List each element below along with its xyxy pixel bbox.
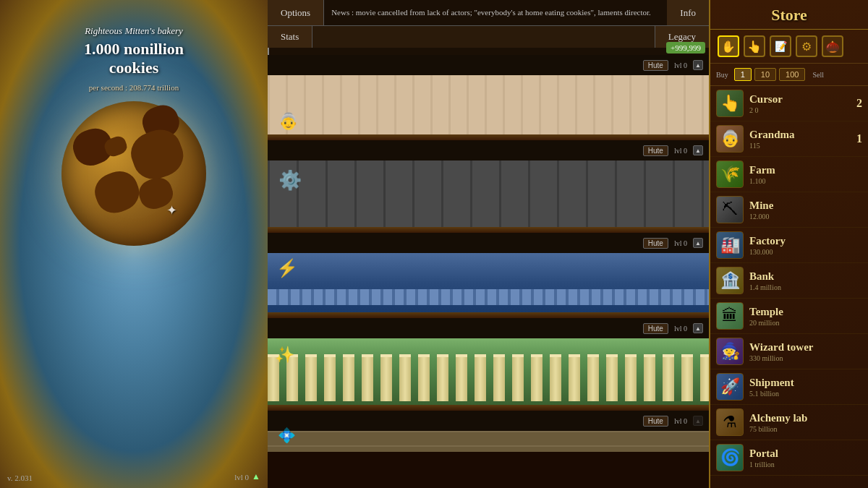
farm-price: 1.100 [749, 177, 843, 185]
store-item-temple[interactable]: 🏛 Temple 20 million [710, 299, 868, 334]
store-item-farm[interactable]: 🌾 Farm 1.100 [710, 157, 868, 192]
temple-pillar [587, 354, 599, 401]
cookies-per-second: per second : 208.774 trillion [0, 83, 268, 92]
factory-hute-button[interactable]: Hute [643, 238, 668, 249]
stars-sprite: ✨ [275, 346, 294, 364]
left-panel: Righteous Mitten's bakery 1.000 nonillio… [0, 0, 268, 488]
up-arrow: ▲ [252, 471, 260, 482]
gold-btn[interactable]: ⚙ [796, 35, 817, 57]
mine-store-icon: ⛏ [716, 196, 744, 223]
options-button[interactable]: Options [268, 0, 324, 25]
shipment-price: 5.1 billion [749, 390, 843, 398]
factory-info: Factory 130.000 [749, 234, 843, 256]
count-value: 1.000 nonillion [84, 40, 184, 58]
building-row-temple: Hute lvl 0 ▲ ✨ [268, 318, 709, 405]
last-hute-button[interactable]: Hute [643, 416, 668, 427]
temple-pillar [700, 354, 709, 401]
temple-pillar [569, 354, 580, 401]
mine-header: Hute lvl 0 ▲ [268, 140, 709, 160]
store-item-mine[interactable]: ⛏ Mine 12.000 [710, 192, 868, 228]
count-unit: cookies [109, 59, 158, 77]
last-up-arrow: ▲ [693, 416, 703, 426]
bank-name: Bank [749, 270, 843, 283]
temple-pillar [493, 354, 505, 401]
mine-hute-button[interactable]: Hute [643, 145, 668, 156]
right-panel: Store ✋ 👆 📝 ⚙ 🌰 Buy 1 10 100 Sell 👆 Curs… [709, 0, 868, 488]
temple-hute-button[interactable]: Hute [643, 323, 668, 334]
feather-btn[interactable]: 📝 [770, 35, 791, 57]
bottom-section [268, 452, 709, 488]
store-item-grandma[interactable]: 👵 Grandma 115 1 [710, 121, 868, 157]
buy-100-button[interactable]: 100 [779, 68, 805, 81]
cursor-count: 2 [848, 97, 862, 110]
factory-price: 130.000 [749, 248, 843, 256]
point-cursor-btn[interactable]: 👆 [744, 35, 765, 57]
big-cookie[interactable] [61, 101, 206, 246]
factory-conveyor [268, 289, 709, 305]
store-item-alchemy[interactable]: ⚗ Alchemy lab 75 billion [710, 405, 868, 440]
temple-pillar [305, 354, 317, 401]
factory-header: Hute lvl 0 ▲ [268, 233, 709, 253]
grandma-lvl: lvl 0 [674, 61, 687, 69]
temple-store-icon: 🏛 [716, 302, 744, 330]
sell-label: Sell [812, 71, 824, 79]
temple-price: 20 million [749, 319, 843, 327]
store-item-portal[interactable]: 🌀 Portal 1 trillion [710, 440, 868, 476]
grandma-sprite: 👵 [278, 112, 298, 131]
temple-pillar [456, 354, 467, 401]
progress-bar-area: +999,999 [268, 48, 709, 55]
temple-info: Temple 20 million [749, 305, 843, 327]
info-button[interactable]: Info [667, 0, 709, 25]
temple-pillar [663, 354, 674, 401]
stats-button[interactable]: Stats [268, 26, 312, 48]
farm-store-icon: 🌾 [716, 160, 744, 188]
store-items-list: 👆 Cursor 2 0 2 👵 Grandma 115 1 🌾 Farm 1.… [710, 86, 868, 488]
store-item-wizard[interactable]: 🧙 Wizard tower 330 million [710, 334, 868, 369]
portal-name: Portal [749, 447, 843, 460]
building-row-mine: Hute lvl 0 ▲ ⚙️ [268, 140, 709, 227]
temple-pillars [268, 354, 709, 401]
temple-pillar [362, 354, 373, 401]
wizard-price: 330 million [749, 354, 843, 362]
store-item-cursor[interactable]: 👆 Cursor 2 0 2 [710, 86, 868, 121]
temple-up-arrow[interactable]: ▲ [693, 323, 703, 333]
cookie-count: 1.000 nonillion cookies [0, 40, 268, 77]
temple-scene [268, 338, 709, 405]
gear-sprite: ⚙️ [278, 169, 302, 192]
cursor-price: 2 0 [749, 106, 843, 114]
buy-controls: Buy 1 10 100 Sell [710, 64, 868, 86]
game-world[interactable]: 👵 Hute lvl 0 ▲ Hute lvl 0 ▲ ⚙️ H [268, 55, 709, 488]
bottom-lvl-indicator: lvl 0 ▲ [234, 471, 260, 482]
temple-pillar [437, 354, 448, 401]
news-text: News : movie cancelled from lack of acto… [331, 7, 651, 17]
plus-cookies-badge: +999,999 [666, 42, 705, 53]
shipment-store-icon: 🚀 [716, 373, 744, 401]
last-header: Hute lvl 0 ▲ [268, 411, 709, 431]
shipment-info: Shipment 5.1 billion [749, 376, 843, 398]
factory-up-arrow[interactable]: ▲ [693, 238, 703, 248]
mine-up-arrow[interactable]: ▲ [693, 145, 703, 155]
mine-price: 12.000 [749, 213, 843, 221]
cursor-info: Cursor 2 0 [749, 93, 843, 114]
hand-cursor-btn[interactable]: ✋ [718, 35, 739, 57]
temple-pillar [324, 354, 336, 401]
temple-pillar [343, 354, 354, 401]
temple-pillar [475, 354, 486, 401]
grandma-up-arrow[interactable]: ▲ [693, 60, 703, 70]
shipment-name: Shipment [749, 376, 843, 389]
store-item-bank[interactable]: 🏦 Bank 1.4 million [710, 263, 868, 299]
buy-1-button[interactable]: 1 [734, 68, 752, 81]
progress-bar-fill [268, 48, 269, 55]
temple-pillar [512, 354, 524, 401]
portal-price: 1 trillion [749, 461, 843, 468]
store-item-shipment[interactable]: 🚀 Shipment 5.1 billion [710, 369, 868, 405]
store-item-factory[interactable]: 🏭 Factory 130.000 [710, 228, 868, 263]
grandma-header: Hute lvl 0 ▲ [268, 55, 709, 75]
grandma-hute-button[interactable]: Hute [643, 60, 668, 71]
mine-lvl: lvl 0 [674, 147, 687, 155]
temple-pillar [399, 354, 411, 401]
nut-btn[interactable]: 🌰 [822, 35, 843, 57]
mine-info: Mine 12.000 [749, 199, 843, 221]
cursor-sprite: ✦ [166, 202, 177, 218]
buy-10-button[interactable]: 10 [754, 68, 776, 81]
